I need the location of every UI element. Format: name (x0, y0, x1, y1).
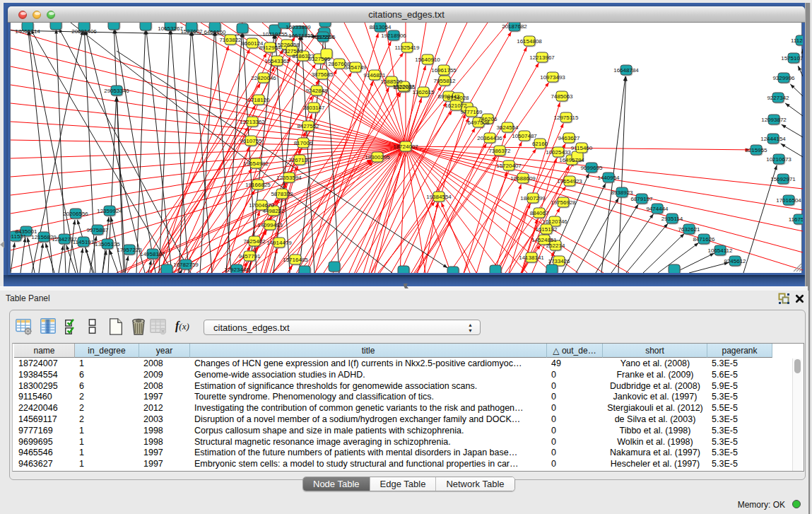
column-header-short[interactable]: short (603, 344, 707, 358)
graph-node-label: 19384554 (426, 194, 452, 200)
graph-node[interactable] (669, 264, 680, 273)
cell-pagerank: 5.3E-5 (712, 358, 777, 370)
graph-node-label: 15751074 (781, 55, 803, 62)
tab-node-table[interactable]: Node Table (303, 477, 370, 491)
row-height-icon[interactable] (83, 317, 102, 336)
graph-node-label: 16782759 (173, 262, 199, 268)
graph-node-label: 252214 (546, 243, 565, 249)
graph-node-label: 10210673 (766, 156, 792, 163)
table-scrollbar[interactable] (792, 358, 802, 471)
table-row[interactable]: 946554611997Estimation of the future num… (13, 448, 790, 459)
graph-node-label: 16961755 (431, 67, 457, 74)
graph-node-label: 7163822 (219, 37, 242, 43)
edge-arrowhead (45, 243, 49, 248)
graph-node-label: 12975115 (554, 115, 579, 121)
close-panel-icon[interactable] (795, 294, 804, 303)
graph-node-label: 6734028 (447, 95, 469, 101)
edge-arrowhead (551, 252, 554, 257)
graph-edge (179, 31, 192, 273)
graph-node-label: 9474444 (646, 206, 669, 212)
graph-node[interactable] (50, 23, 61, 30)
float-panel-icon[interactable] (778, 293, 790, 305)
cell-name: 18724007 (18, 358, 79, 370)
window-title: citations_edges.txt (8, 9, 805, 20)
column-visibility-icon[interactable] (39, 317, 57, 336)
edge-arrowhead (502, 134, 506, 139)
graph-edge (159, 30, 170, 273)
graph-node[interactable] (447, 267, 459, 273)
window-titlebar[interactable]: citations_edges.txt (8, 6, 805, 23)
graph-node-label: 19654982 (243, 160, 269, 167)
cell-in_degree: 1 (79, 437, 143, 448)
graph-node[interactable] (299, 266, 310, 273)
column-header-title[interactable]: title (190, 344, 547, 358)
delete-table-icon-disabled[interactable] (149, 317, 167, 336)
edge-arrowhead (441, 202, 445, 207)
graph-node-label: 1621072 (445, 103, 467, 109)
table-row[interactable]: 977716911998Corpus callosum shape and si… (13, 426, 790, 437)
edge-arrowhead (532, 148, 536, 153)
cell-in_degree: 2 (79, 392, 143, 403)
cell-short: Tibbo et al. (1998) (603, 426, 707, 437)
table-row[interactable]: 969969511998Structural magnetic resonanc… (13, 437, 790, 448)
column-header-name[interactable]: name (14, 344, 75, 358)
graph-node[interactable] (108, 23, 119, 30)
table-row[interactable]: 1830029562008Estimation of significance … (13, 381, 790, 392)
table-row[interactable]: 1938455462009Genome-wide association stu… (13, 370, 790, 381)
network-canvas[interactable]: 1405571420691406106532671527602646616010… (10, 23, 802, 273)
cell-short: Wolkin et al. (1998) (603, 437, 707, 448)
graph-node[interactable] (398, 266, 409, 273)
column-header-year[interactable]: year (139, 344, 190, 358)
cell-title: Estimation of significance thresholds fo… (194, 381, 551, 392)
graph-node[interactable] (546, 264, 558, 273)
column-header-in_degree[interactable]: in_degree (75, 344, 139, 358)
table-row[interactable]: 1872400712008Changes of HCN gene express… (13, 358, 790, 370)
graph-node-label: 15716485 (283, 257, 308, 263)
graph-edge (618, 76, 626, 273)
tab-network-table[interactable]: Network Table (435, 477, 514, 491)
graph-edge (349, 146, 406, 273)
table-row[interactable]: 2242004622012Investigating the contribut… (13, 403, 790, 414)
graph-node[interactable] (319, 23, 331, 27)
node-label-layer: 1405571420691406106532671527602646616010… (11, 23, 803, 273)
cell-pagerank: 5.3E-5 (712, 426, 777, 437)
new-document-icon[interactable] (107, 317, 125, 336)
graph-node-label: 16543362 (264, 58, 290, 64)
graph-edge (611, 214, 654, 273)
table-panel-body: f(x) citations_edges.txt ▲▼ namein_degre… (9, 310, 806, 480)
trash-icon[interactable] (129, 317, 148, 336)
left-panel-grab-icon[interactable] (0, 241, 4, 248)
table-scrollbar-thumb[interactable] (794, 359, 801, 373)
graph-node[interactable] (161, 264, 172, 273)
graph-node-label: 746206 (478, 116, 498, 122)
graph-node-label: 17016504 (776, 197, 801, 204)
node-table[interactable]: namein_degreeyeartitle△ out_de…shortpage… (12, 343, 804, 472)
table-select-dropdown[interactable]: citations_edges.txt ▲▼ (204, 320, 481, 335)
graph-node-label: 8427552 (297, 123, 319, 129)
edge-arrowhead (518, 185, 522, 189)
function-builder-icon[interactable]: f(x) (175, 320, 199, 338)
graph-edge (626, 223, 668, 273)
graph-node[interactable] (490, 265, 501, 273)
tab-edge-table[interactable]: Edge Table (370, 477, 436, 491)
cell-year: 1997 (143, 392, 194, 403)
cell-title: Estimation of the future numbers of pati… (194, 448, 551, 459)
graph-node-label: 9146821 (363, 72, 386, 78)
graph-node-label: 19756928 (551, 199, 576, 206)
graph-node-label: 10719155 (262, 31, 288, 37)
graph-node[interactable] (237, 23, 248, 33)
graph-node-label: 12213362 (240, 119, 265, 125)
column-header-out_degree[interactable]: △ out_de… (547, 344, 603, 358)
table-row[interactable]: 911546021997Tourette syndrome. Phenomeno… (13, 392, 790, 403)
table-options-icon[interactable] (15, 317, 33, 336)
cell-in_degree: 1 (79, 358, 143, 370)
column-header-pagerank[interactable]: pagerank (707, 344, 772, 358)
cell-title: Corpus callosum shape and size in male p… (194, 426, 551, 437)
row-selection-icon[interactable] (64, 317, 82, 336)
graph-node[interactable] (329, 262, 340, 271)
graph-node-label: 9327505 (308, 56, 331, 62)
graph-node[interactable] (140, 23, 151, 30)
divider-handle-icon[interactable] (402, 283, 411, 290)
table-row[interactable]: 1456911722003Disruption of a novel membe… (13, 414, 790, 426)
table-row[interactable]: 946362711997Embryonic stem cells: a mode… (13, 459, 790, 470)
